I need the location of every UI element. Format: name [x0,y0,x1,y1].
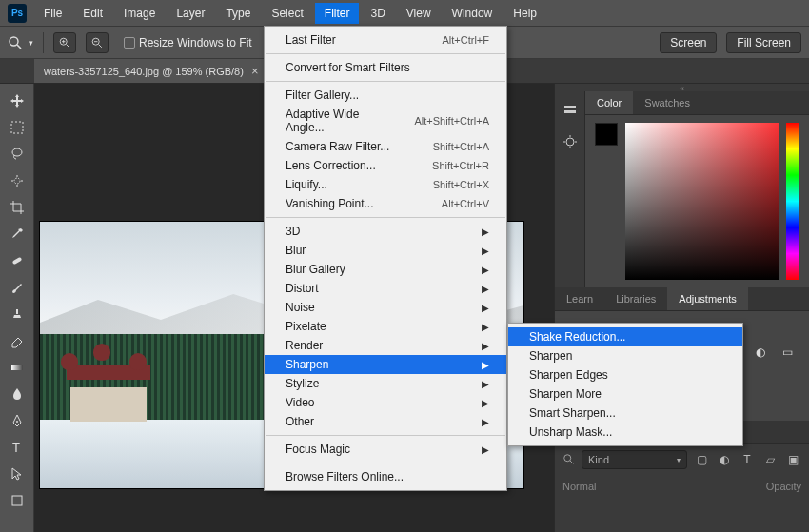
menu-3d[interactable]: 3D [361,3,394,24]
clone-stamp-tool[interactable] [6,303,29,325]
opacity-label[interactable]: Opacity [766,481,801,492]
tab-color[interactable]: Color [585,91,633,114]
menu-view[interactable]: View [397,3,441,24]
brush-tool[interactable] [6,276,29,299]
sharpen-sharpen[interactable]: Sharpen [508,346,742,365]
filter-distort[interactable]: Distort▶ [265,279,506,298]
filter-other[interactable]: Other▶ [265,412,506,431]
gradient-tool[interactable] [6,356,29,379]
close-tab-icon[interactable]: × [251,64,259,78]
fit-screen-button[interactable]: Screen [660,32,717,53]
filter-focus-magic[interactable]: Focus Magic▶ [265,440,506,459]
menu-filter[interactable]: Filter [315,3,360,24]
svg-line-3 [67,44,69,47]
type-tool[interactable]: T [6,436,29,459]
zoom-icon [8,35,23,50]
filter-camera-raw[interactable]: Camera Raw Filter...Shift+Ctrl+A [265,137,506,156]
blend-mode-label[interactable]: Normal [562,481,596,492]
document-tab[interactable]: waters-3357125_640.jpg @ 159% (RGB/8) × [34,59,269,83]
menu-window[interactable]: Window [443,3,503,24]
svg-point-10 [12,148,22,156]
photo-filter-icon[interactable]: ▭ [778,344,797,361]
svg-rect-12 [11,257,22,265]
color-picker[interactable] [595,123,799,280]
menu-file[interactable]: File [34,3,71,24]
tab-swatches[interactable]: Swatches [633,91,701,114]
filter-3d[interactable]: 3D▶ [265,222,506,241]
document-tab-title: waters-3357125_640.jpg @ 159% (RGB/8) [44,66,244,77]
filter-video[interactable]: Video▶ [265,393,506,412]
pen-tool[interactable] [6,409,29,432]
panel-collapse-handle[interactable]: « [555,84,809,91]
blur-tool[interactable] [6,383,29,405]
svg-line-1 [17,45,21,49]
heal-tool[interactable] [6,249,29,272]
layer-filter-kind[interactable]: Kind▾ [582,450,687,469]
marquee-tool[interactable] [6,116,29,139]
menu-type[interactable]: Type [216,3,260,24]
svg-rect-13 [11,365,23,370]
properties-panel-icon[interactable] [562,134,578,152]
tab-libraries[interactable]: Libraries [604,287,667,310]
filter-liquify[interactable]: Liquify...Shift+Ctrl+X [265,175,506,194]
filter-sharpen[interactable]: Sharpen▶ [265,355,506,374]
filter-blur-gallery[interactable]: Blur Gallery▶ [265,260,506,279]
sharpen-smart-sharpen[interactable]: Smart Sharpen... [508,404,742,423]
shape-tool[interactable] [6,489,29,512]
filter-lens-correction[interactable]: Lens Correction...Shift+Ctrl+R [265,156,506,175]
filter-browse-online[interactable]: Browse Filters Online... [265,467,506,486]
filter-noise[interactable]: Noise▶ [265,298,506,317]
eraser-tool[interactable] [6,329,29,352]
sharpen-sharpen-more[interactable]: Sharpen More [508,384,742,404]
filter-gallery[interactable]: Filter Gallery... [265,86,506,105]
zoom-in-button[interactable] [53,32,76,53]
menu-image[interactable]: Image [114,3,165,24]
bw-icon[interactable]: ◐ [751,344,770,361]
current-tool-chip[interactable]: ▾ [8,35,33,50]
filter-adjust-icon[interactable]: ◐ [716,451,733,468]
color-field[interactable] [625,123,779,280]
svg-rect-18 [564,110,576,113]
filter-pixel-icon[interactable]: ▢ [693,451,710,468]
hue-slider[interactable] [786,123,799,280]
sharpen-sharpen-edges[interactable]: Sharpen Edges [508,365,742,384]
filter-smart-icon[interactable]: ▣ [784,451,801,468]
svg-line-7 [99,44,102,47]
filter-pixelate[interactable]: Pixelate▶ [265,317,506,336]
sharpen-submenu: Shake Reduction... Sharpen Sharpen Edges… [507,323,743,446]
filter-type-icon[interactable]: T [739,451,756,468]
sharpen-shake-reduction[interactable]: Shake Reduction... [508,327,742,346]
menu-help[interactable]: Help [503,3,546,24]
sharpen-unsharp-mask[interactable]: Unsharp Mask... [508,423,742,442]
lasso-tool[interactable] [6,143,29,166]
filter-shape-icon[interactable]: ▱ [761,451,779,468]
resize-windows-label: Resize Windows to Fit [139,36,252,49]
move-tool[interactable] [6,89,29,112]
history-panel-icon[interactable] [562,103,578,121]
eyedropper-tool[interactable] [6,223,29,246]
resize-windows-checkbox[interactable]: Resize Windows to Fit [118,34,258,51]
svg-point-0 [10,37,18,46]
svg-point-26 [564,455,571,462]
svg-line-27 [570,461,574,464]
tab-learn[interactable]: Learn [555,287,604,310]
filter-adaptive-wide-angle[interactable]: Adaptive Wide Angle...Alt+Shift+Ctrl+A [265,105,506,137]
filter-convert-smart[interactable]: Convert for Smart Filters [265,58,506,77]
filter-stylize[interactable]: Stylize▶ [265,374,506,393]
menu-layer[interactable]: Layer [167,3,214,24]
fill-screen-button[interactable]: Fill Screen [726,32,801,53]
zoom-out-button[interactable] [86,32,109,53]
filter-last-filter[interactable]: Last FilterAlt+Ctrl+F [265,30,506,49]
toolbox: T [0,84,34,532]
filter-blur[interactable]: Blur▶ [265,241,506,260]
menu-select[interactable]: Select [262,3,312,24]
crop-tool[interactable] [6,196,29,219]
path-select-tool[interactable] [6,463,29,485]
collapsed-panel-icons [555,91,585,287]
menu-edit[interactable]: Edit [73,3,112,24]
tab-adjustments[interactable]: Adjustments [667,287,748,310]
filter-render[interactable]: Render▶ [265,336,506,355]
foreground-swatch[interactable] [595,123,618,146]
filter-vanishing-point[interactable]: Vanishing Point...Alt+Ctrl+V [265,194,506,213]
quick-select-tool[interactable] [6,169,29,192]
